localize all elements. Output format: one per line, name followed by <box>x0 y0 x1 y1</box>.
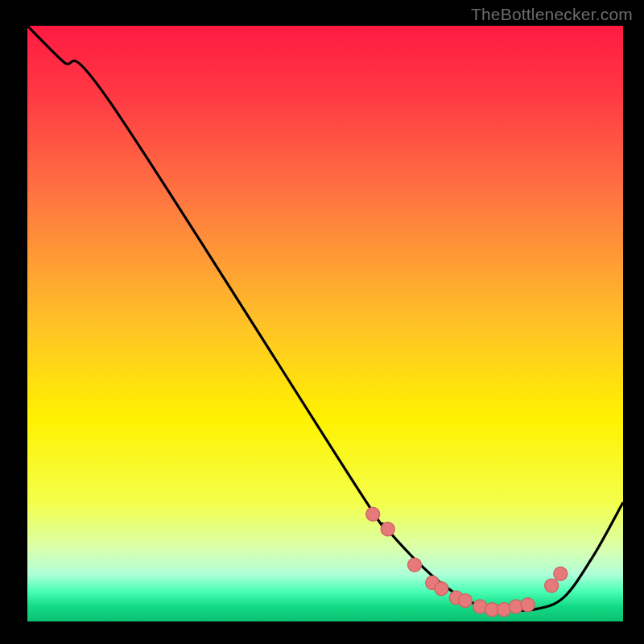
heat-gradient <box>27 26 623 621</box>
chart-frame: TheBottlenecker.com <box>0 0 644 644</box>
plot-area <box>27 26 623 621</box>
attribution-label: TheBottlenecker.com <box>471 5 633 24</box>
